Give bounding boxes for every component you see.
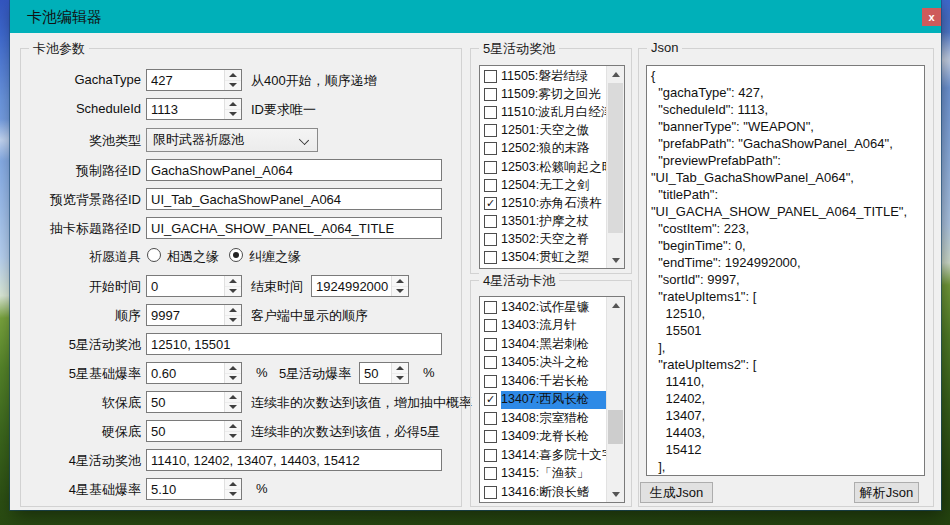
checkbox[interactable] — [484, 251, 497, 264]
list-item[interactable]: 12502:狼的末路 — [480, 140, 607, 158]
spinner-up-down-buttons[interactable] — [224, 99, 241, 119]
checkbox[interactable] — [484, 106, 497, 119]
spinner-up-down-buttons[interactable] — [391, 363, 408, 383]
radio-intertwined-fate-label: 纠缠之缘 — [249, 248, 301, 266]
spinner-up-down-buttons[interactable] — [224, 363, 241, 383]
scroll-down-icon[interactable] — [607, 252, 624, 268]
fourstar-baserate-spinner — [146, 478, 242, 500]
pooltype-label: 奖池类型 — [25, 132, 141, 150]
softpity-spinner — [146, 391, 242, 413]
checkbox[interactable] — [484, 319, 497, 332]
list-item[interactable]: 13408:宗室猎枪 — [480, 409, 607, 428]
list-item-label: 13408:宗室猎枪 — [501, 409, 607, 428]
list-item[interactable]: 12501:天空之傲 — [480, 122, 607, 140]
spinner-up-down-buttons[interactable] — [224, 70, 241, 90]
list-item-label: 13502:天空之脊 — [501, 231, 607, 249]
list-item[interactable]: 11510:波乱月白经津 — [480, 103, 607, 121]
spinner-up-down-buttons[interactable] — [224, 392, 241, 412]
list-item[interactable]: 13402:试作星镰 — [480, 298, 607, 317]
checkbox[interactable] — [484, 449, 497, 462]
checkbox[interactable] — [484, 233, 497, 246]
spinner-up-down-buttons[interactable] — [224, 479, 241, 499]
list-item[interactable]: 13502:天空之脊 — [480, 231, 607, 249]
list-item-label: 13406:千岩长枪 — [501, 372, 607, 391]
checkbox[interactable] — [484, 486, 497, 499]
generate-json-button[interactable]: 生成Json — [640, 482, 713, 503]
checkbox[interactable] — [484, 430, 497, 443]
four-star-checked-list: 13402:试作星镰13403:流月针13404:黑岩刺枪13405:决斗之枪1… — [479, 296, 625, 503]
json-text[interactable]: { "gachaType": 427, "scheduleId": 1113, … — [646, 65, 925, 476]
list-item[interactable]: 11505:磐岩结绿 — [480, 67, 607, 85]
checkbox[interactable] — [484, 70, 497, 83]
list-item[interactable]: 13404:黑岩刺枪 — [480, 335, 607, 354]
parse-json-button[interactable]: 解析Json — [854, 482, 919, 503]
scroll-up-icon[interactable] — [607, 297, 624, 313]
field-row-fivestar-items: 5星活动奖池 — [21, 333, 461, 355]
previewpath-input[interactable] — [146, 188, 442, 210]
list-item[interactable]: ✓12510:赤角石溃杵 — [480, 194, 607, 212]
field-row-wishitem: 祈愿道具 相遇之缘 纠缠之缘 — [21, 245, 461, 267]
fivestar-items-input[interactable] — [146, 333, 442, 355]
checkbox[interactable] — [484, 375, 497, 388]
fivestar-items-label: 5星活动奖池 — [25, 336, 141, 354]
list-item[interactable]: 13414:喜多院十文字 — [480, 446, 607, 465]
scrollbar-thumb[interactable] — [608, 410, 623, 444]
checkbox[interactable] — [484, 338, 497, 351]
list-item[interactable]: 11509:雾切之回光 — [480, 85, 607, 103]
gacha-editor-window: 卡池编辑器 x 卡池参数 GachaType 从400开始，顺序递增 Sched… — [10, 0, 941, 510]
fourstar-items-label: 4星活动奖池 — [25, 452, 141, 470]
list-item-label: 11509:雾切之回光 — [501, 85, 607, 103]
window-titlebar[interactable]: 卡池编辑器 x — [10, 0, 941, 33]
five-star-list-items: 11505:磐岩结绿11509:雾切之回光11510:波乱月白经津12501:天… — [480, 67, 607, 268]
endtime-spinner — [311, 275, 409, 297]
list-item[interactable]: ✓13407:西风长枪 — [480, 391, 607, 410]
four-star-scrollbar[interactable] — [606, 297, 624, 502]
list-item-label: 13416:断浪长鳍 — [501, 483, 607, 502]
field-row-prefabpath: 预制路径ID — [21, 159, 461, 181]
checkbox[interactable] — [484, 179, 497, 192]
list-item[interactable]: 13504:贯虹之槊 — [480, 249, 607, 267]
close-button[interactable]: x — [922, 8, 941, 26]
list-item[interactable]: 13409:龙脊长枪 — [480, 428, 607, 447]
checkbox[interactable] — [484, 124, 497, 137]
scroll-up-icon[interactable] — [607, 66, 624, 82]
checkbox[interactable] — [484, 356, 497, 369]
list-item[interactable]: 12504:无工之剑 — [480, 176, 607, 194]
titlepath-input[interactable] — [146, 217, 442, 239]
checkbox[interactable] — [484, 215, 497, 228]
checkbox-checked[interactable]: ✓ — [484, 393, 497, 406]
spinner-up-down-buttons[interactable] — [391, 276, 408, 296]
checkbox[interactable] — [484, 412, 497, 425]
list-item[interactable]: 13405:决斗之枪 — [480, 354, 607, 373]
field-row-scheduleid: ScheduleId ID要求唯一 — [21, 98, 461, 120]
sort-label: 顺序 — [25, 307, 141, 325]
checkbox-checked[interactable]: ✓ — [484, 197, 497, 210]
checkbox[interactable] — [484, 142, 497, 155]
prefabpath-input[interactable] — [146, 159, 442, 181]
five-star-checked-list: 11505:磐岩结绿11509:雾切之回光11510:波乱月白经津12501:天… — [479, 65, 625, 269]
radio-acquaint-fate[interactable] — [147, 248, 161, 262]
list-item[interactable]: 12503:松籁响起之时 — [480, 158, 607, 176]
scrollbar-thumb[interactable] — [608, 83, 623, 233]
checkbox[interactable] — [484, 467, 497, 480]
group-pool-params-title: 卡池参数 — [29, 40, 89, 58]
five-star-scrollbar[interactable] — [606, 66, 624, 268]
checkbox[interactable] — [484, 88, 497, 101]
list-item[interactable]: 13415:「渔获」 — [480, 465, 607, 484]
radio-intertwined-fate[interactable] — [229, 248, 243, 262]
spinner-up-down-buttons[interactable] — [224, 421, 241, 441]
pooltype-dropdown[interactable]: 限时武器祈愿池 — [146, 128, 318, 152]
scroll-down-icon[interactable] — [607, 486, 624, 502]
list-item[interactable]: 13403:流月针 — [480, 317, 607, 336]
fourstar-baserate-label: 4星基础爆率 — [25, 481, 141, 499]
list-item[interactable]: 13416:断浪长鳍 — [480, 483, 607, 502]
list-item[interactable]: 13406:千岩长枪 — [480, 372, 607, 391]
list-item-label: 11505:磐岩结绿 — [501, 67, 607, 85]
checkbox[interactable] — [484, 161, 497, 174]
checkbox[interactable] — [484, 301, 497, 314]
fourstar-items-input[interactable] — [146, 449, 442, 471]
gachatype-hint: 从400开始，顺序递增 — [251, 72, 377, 90]
spinner-up-down-buttons[interactable] — [224, 305, 241, 325]
spinner-up-down-buttons[interactable] — [224, 276, 241, 296]
list-item[interactable]: 13501:护摩之杖 — [480, 213, 607, 231]
